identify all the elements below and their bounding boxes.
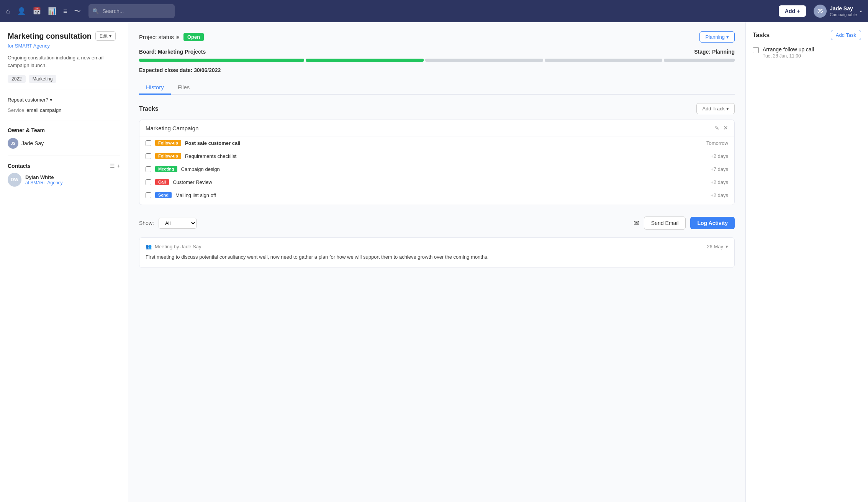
- tab-history[interactable]: History: [139, 81, 171, 95]
- track-item-checkbox-2[interactable]: [146, 153, 151, 159]
- track-item-checkbox-1[interactable]: [146, 140, 151, 146]
- project-desc: Ongoing consultation including a new ema…: [8, 54, 120, 69]
- list-icon[interactable]: ☰: [110, 163, 115, 169]
- user-area[interactable]: JS Jade Say Campaignable ▾: [814, 5, 862, 18]
- track-badge-followup-1: Follow-up: [155, 140, 181, 146]
- user-sub: Campaignable: [830, 12, 857, 17]
- history-meta: 👥 Meeting by Jade Say: [146, 244, 201, 249]
- close-date-label: Expected close date:: [139, 67, 192, 73]
- board-label: Board: Marketing Projects: [139, 49, 206, 55]
- user-info: Jade Say Campaignable: [830, 5, 857, 17]
- track-item: Meeting Campaign design +7 days: [139, 162, 734, 176]
- chart-icon[interactable]: 📊: [48, 7, 56, 15]
- log-activity-button[interactable]: Log Activity: [690, 217, 735, 229]
- send-email-button[interactable]: Send Email: [644, 217, 686, 230]
- project-for[interactable]: for SMART Agency: [8, 43, 120, 49]
- task-info: Arrange follow up call Tue, 28 Jun, 11:0…: [763, 46, 814, 59]
- contacts-section: Contacts: [8, 163, 31, 169]
- contact-name: Dylan White: [25, 174, 63, 180]
- progress-seg-2: [306, 59, 424, 62]
- history-date: 26 May ▾: [707, 244, 728, 249]
- edit-button[interactable]: Edit ▾: [95, 31, 116, 41]
- track-item-checkbox-5[interactable]: [146, 192, 151, 198]
- owner-team-section: Owner & Team: [8, 127, 120, 133]
- trend-icon[interactable]: 〜: [74, 7, 81, 16]
- add-contact-icon[interactable]: +: [117, 163, 120, 169]
- tracks-title: Tracks: [139, 105, 159, 112]
- track-item: Follow-up Post sale customer call Tomorr…: [139, 136, 734, 149]
- task-name: Arrange follow up call: [763, 46, 814, 52]
- track-item: Follow-up Requirements checklist +2 days: [139, 149, 734, 162]
- history-by: Meeting by Jade Say: [155, 244, 201, 249]
- search-wrap: 🔍: [88, 4, 771, 18]
- history-date-value: 26 May: [707, 244, 723, 249]
- owner-name: Jade Say: [21, 140, 44, 146]
- tabs: History Files: [139, 81, 735, 95]
- track-name: Marketing Campaign: [146, 125, 198, 131]
- status-badge: Open: [183, 33, 204, 41]
- avatar: JS: [814, 5, 827, 18]
- history-icon: 👥: [146, 244, 152, 249]
- track-item-name-5: Mailing list sign off: [175, 192, 707, 198]
- user-name: Jade Say: [830, 5, 857, 12]
- task-checkbox-1[interactable]: [753, 47, 759, 53]
- track-card: Marketing Campaign ✎ ✕ Follow-up Post sa…: [139, 120, 735, 205]
- chevron-down-icon: ▾: [860, 9, 862, 13]
- progress-seg-5: [664, 59, 735, 62]
- contact-avatar: DW: [8, 173, 21, 187]
- chevron-down-icon: ▾: [726, 244, 728, 249]
- planning-button[interactable]: Planning ▾: [699, 31, 735, 43]
- task-date: Tue, 28 Jun, 11:00: [763, 53, 814, 59]
- track-badge-send: Send: [155, 192, 172, 198]
- tags: 2022 Marketing: [8, 75, 120, 83]
- owner-row: JS Jade Say: [8, 138, 120, 149]
- contact-org[interactable]: at SMART Agency: [25, 180, 63, 185]
- project-title: Marketing consultation: [8, 32, 92, 41]
- planning-label: Planning: [705, 34, 725, 40]
- menu-icon[interactable]: ≡: [63, 7, 67, 15]
- contacts-actions: ☰ +: [110, 163, 120, 169]
- track-item-name-2: Requirements checklist: [185, 153, 707, 159]
- left-sidebar: Marketing consultation Edit ▾ for SMART …: [0, 22, 128, 502]
- add-button[interactable]: Add +: [779, 5, 806, 17]
- service-value: email campaign: [26, 107, 61, 113]
- chevron-down-icon: ▾: [50, 97, 52, 103]
- top-nav: ⌂ 👤 📅 📊 ≡ 〜 🔍 Add + JS Jade Say Campaign…: [0, 0, 868, 22]
- history-item: 👥 Meeting by Jade Say 26 May ▾ First mee…: [139, 237, 735, 268]
- history-header: 👥 Meeting by Jade Say 26 May ▾: [146, 244, 728, 249]
- add-track-button[interactable]: Add Track ▾: [696, 103, 735, 114]
- track-item-name-4: Customer Review: [173, 179, 707, 185]
- home-icon[interactable]: ⌂: [6, 7, 10, 15]
- close-date-value: 30/06/2022: [194, 67, 221, 73]
- track-item-name-1: Post sale customer call: [185, 140, 703, 146]
- stage-label: Stage: Planning: [694, 49, 735, 55]
- tab-files[interactable]: Files: [171, 81, 197, 95]
- track-badge-followup-2: Follow-up: [155, 153, 181, 159]
- contacts-header: Contacts ☰ +: [8, 163, 120, 169]
- history-body: First meeting to discuss potential consu…: [146, 253, 728, 261]
- status-left: Project status is Open: [139, 33, 204, 41]
- progress-bar: [139, 59, 735, 62]
- track-item-checkbox-4[interactable]: [146, 179, 151, 185]
- show-select[interactable]: All Notes Calls Meetings Emails: [159, 218, 197, 229]
- tag-2022: 2022: [8, 75, 26, 83]
- email-icon-button[interactable]: ✉: [634, 219, 639, 227]
- chevron-down-icon: ▾: [726, 34, 729, 40]
- track-item-checkbox-3[interactable]: [146, 166, 151, 172]
- service-label: Service: [8, 107, 24, 113]
- add-track-label: Add Track: [702, 106, 725, 112]
- bottom-actions: Show: All Notes Calls Meetings Emails ✉ …: [139, 213, 735, 231]
- tag-marketing: Marketing: [29, 75, 57, 83]
- progress-seg-1: [139, 59, 304, 62]
- search-input[interactable]: [88, 4, 175, 18]
- contact-row: DW Dylan White at SMART Agency: [8, 173, 120, 187]
- progress-seg-4: [545, 59, 663, 62]
- close-track-button[interactable]: ✕: [723, 125, 728, 131]
- repeat-customer-row[interactable]: Repeat customer? ▾: [8, 97, 120, 103]
- repeat-customer-field: Repeat customer? ▾: [8, 97, 120, 103]
- track-item-due-3: +7 days: [711, 166, 728, 172]
- edit-track-button[interactable]: ✎: [714, 125, 719, 131]
- add-task-button[interactable]: Add Task: [831, 30, 861, 40]
- calendar-icon[interactable]: 📅: [33, 7, 41, 15]
- person-icon[interactable]: 👤: [17, 7, 26, 15]
